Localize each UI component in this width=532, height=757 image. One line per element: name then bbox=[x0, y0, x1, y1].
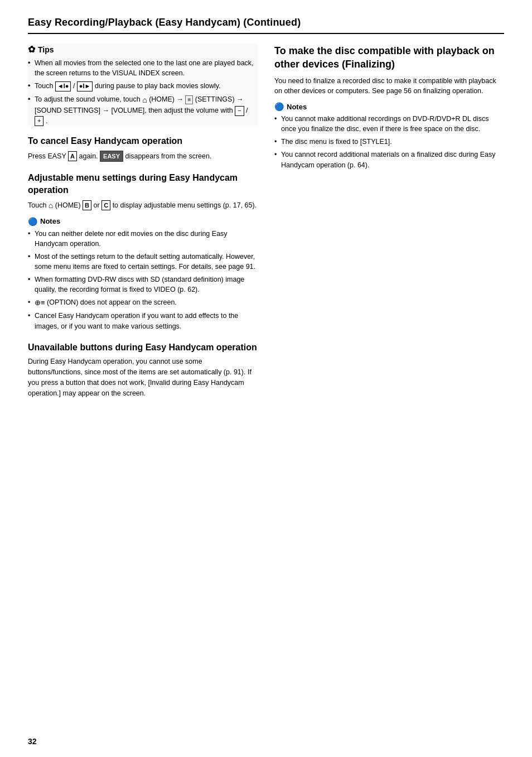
easy-a-box: A bbox=[68, 151, 77, 162]
tips-item-1: When all movies from the selected one to… bbox=[28, 58, 258, 78]
finalize-notes-label: Notes bbox=[287, 103, 307, 111]
option-icon: ⊕≡ bbox=[35, 298, 45, 308]
tips-list: When all movies from the selected one to… bbox=[28, 58, 258, 126]
adj-note-2: Most of the settings return to the defau… bbox=[28, 252, 258, 272]
tips-label: Tips bbox=[38, 45, 54, 54]
fin-note-2: The disc menu is fixed to [STYLE1]. bbox=[274, 137, 504, 147]
adj-note-3: When formatting DVD-RW discs with SD (st… bbox=[28, 274, 258, 295]
fin-note-1: You cannot make additional recordings on… bbox=[274, 114, 504, 134]
finalize-notes-header: 🔵 Notes bbox=[274, 102, 504, 111]
fin-note-3: You cannot record additional materials o… bbox=[274, 150, 504, 170]
tips-item-3: To adjust the sound volume, touch ⌂ (HOM… bbox=[28, 94, 258, 127]
page-number: 32 bbox=[28, 737, 37, 746]
adjustable-title: Adjustable menu settings during Easy Han… bbox=[28, 172, 258, 196]
finalize-body: You need to finalize a recorded disc to … bbox=[274, 76, 504, 97]
page-title: Easy Recording/Playback (Easy Handycam) … bbox=[28, 17, 504, 34]
right-column: To make the disc compatible with playbac… bbox=[274, 44, 504, 408]
minus-btn: − bbox=[235, 106, 244, 116]
finalize-section: To make the disc compatible with playbac… bbox=[274, 44, 504, 170]
cancel-title: To cancel Easy Handycam operation bbox=[28, 135, 258, 147]
adjustable-notes-label: Notes bbox=[40, 217, 60, 225]
unavailable-body: During Easy Handycam operation, you cann… bbox=[28, 356, 258, 398]
adjustable-body: Touch ⌂ (HOME) B or C to display adjusta… bbox=[28, 200, 258, 211]
adjustable-notes-header: 🔵 Notes bbox=[28, 217, 258, 226]
unavailable-title: Unavailable buttons during Easy Handycam… bbox=[28, 341, 258, 354]
adj-b-box: B bbox=[83, 200, 91, 211]
notes-icon-2: 🔵 bbox=[274, 102, 284, 111]
cancel-section: To cancel Easy Handycam operation Press … bbox=[28, 135, 258, 162]
notes-icon-1: 🔵 bbox=[28, 217, 37, 226]
cancel-body: Press EASY A again. EASY disappears from… bbox=[28, 151, 258, 162]
main-content: ✿ Tips When all movies from the selected… bbox=[28, 44, 504, 408]
easy-badge: EASY bbox=[100, 151, 123, 162]
tips-header: ✿ Tips bbox=[28, 44, 258, 55]
home-icon-2: ⌂ bbox=[49, 200, 53, 211]
finalize-title: To make the disc compatible with playbac… bbox=[274, 44, 504, 71]
settings-icon: ≡ bbox=[185, 95, 193, 105]
tips-icon: ✿ bbox=[28, 44, 35, 55]
tips-section: ✿ Tips When all movies from the selected… bbox=[28, 44, 258, 126]
adj-c-box: C bbox=[101, 200, 110, 211]
forward-btn: ●I► bbox=[77, 81, 93, 91]
rewind-btn: ◄I● bbox=[55, 81, 71, 91]
adjustable-notes-list: You can neither delete nor edit movies o… bbox=[28, 229, 258, 331]
adj-note-5: Cancel Easy Handycam operation if you wa… bbox=[28, 311, 258, 331]
tips-item-2: Touch ◄I● / ●I► during pause to play bac… bbox=[28, 81, 258, 91]
page: Easy Recording/Playback (Easy Handycam) … bbox=[0, 0, 532, 757]
adjustable-section: Adjustable menu settings during Easy Han… bbox=[28, 172, 258, 331]
plus-btn: + bbox=[35, 116, 43, 126]
finalize-notes-list: You cannot make additional recordings on… bbox=[274, 114, 504, 170]
unavailable-section: Unavailable buttons during Easy Handycam… bbox=[28, 341, 258, 399]
adj-note-4: ⊕≡ (OPTION) does not appear on the scree… bbox=[28, 297, 258, 308]
left-column: ✿ Tips When all movies from the selected… bbox=[28, 44, 258, 408]
adj-note-1: You can neither delete nor edit movies o… bbox=[28, 229, 258, 249]
home-icon: ⌂ bbox=[142, 94, 147, 105]
